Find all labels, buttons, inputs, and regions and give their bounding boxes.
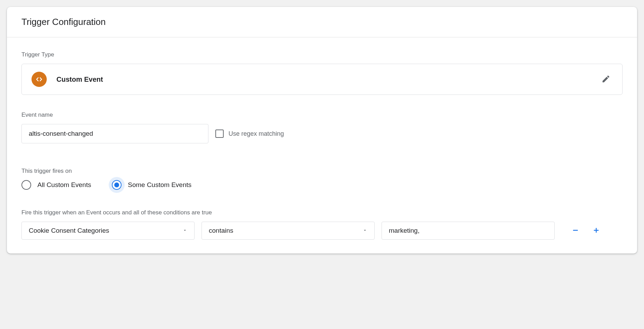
event-name-input[interactable] <box>21 124 208 143</box>
radio-some-custom-events[interactable]: Some Custom Events <box>112 180 191 190</box>
plus-icon <box>593 225 600 236</box>
regex-checkbox-wrap[interactable]: Use regex matching <box>215 130 284 138</box>
condition-operator-dropdown[interactable]: contains <box>202 222 375 240</box>
edit-trigger-type-button[interactable] <box>599 72 612 87</box>
card-title: Trigger Configuration <box>21 17 623 27</box>
condition-variable-value: Cookie Consent Categories <box>29 227 109 234</box>
condition-value-input[interactable] <box>382 222 555 240</box>
condition-row: Cookie Consent Categories contains <box>21 222 623 240</box>
trigger-type-label: Trigger Type <box>21 51 623 58</box>
trigger-config-card: Trigger Configuration Trigger Type Custo… <box>7 7 637 254</box>
conditions-label: Fire this trigger when an Event occurs a… <box>21 209 623 216</box>
fires-on-radio-group: All Custom Events Some Custom Events <box>21 180 623 190</box>
regex-checkbox-label: Use regex matching <box>229 130 284 137</box>
card-header: Trigger Configuration <box>7 7 637 37</box>
event-name-row: Use regex matching <box>21 124 623 143</box>
caret-down-icon <box>182 227 187 234</box>
fires-on-label: This trigger fires on <box>21 168 623 175</box>
radio-all-custom-events[interactable]: All Custom Events <box>21 180 91 190</box>
custom-event-icon <box>32 72 47 87</box>
event-name-label: Event name <box>21 112 623 118</box>
radio-all-label: All Custom Events <box>37 181 91 189</box>
radio-some-label: Some Custom Events <box>128 181 191 189</box>
trigger-type-left: Custom Event <box>32 72 103 87</box>
caret-down-icon <box>363 227 367 234</box>
trigger-type-name: Custom Event <box>56 75 103 83</box>
trigger-type-row[interactable]: Custom Event <box>21 64 623 95</box>
radio-unchecked-icon <box>21 180 31 190</box>
condition-operator-value: contains <box>209 227 233 234</box>
radio-dot-icon <box>114 183 119 187</box>
radio-checked-icon <box>112 180 122 190</box>
minus-icon <box>572 225 579 236</box>
add-condition-button[interactable] <box>589 224 603 238</box>
pencil-icon <box>601 74 610 85</box>
card-body: Trigger Type Custom Event Eve <box>7 37 637 254</box>
remove-condition-button[interactable] <box>569 224 582 238</box>
regex-checkbox[interactable] <box>215 130 224 138</box>
condition-variable-dropdown[interactable]: Cookie Consent Categories <box>21 222 195 240</box>
